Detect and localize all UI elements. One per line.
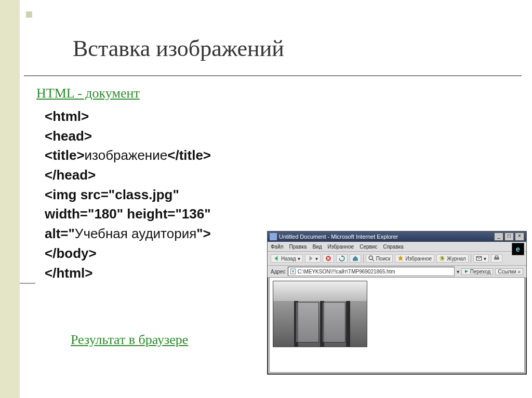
star-icon xyxy=(397,255,404,262)
go-label: Переход xyxy=(470,269,491,275)
search-icon xyxy=(368,255,375,262)
html-file-icon xyxy=(290,268,296,275)
address-dropdown[interactable]: ▾ xyxy=(457,269,459,275)
code-line: width="180" height="136" xyxy=(45,206,211,222)
code-attr: alt=" xyxy=(45,226,75,241)
maximize-button[interactable]: □ xyxy=(504,232,514,241)
chevron-down-icon: ▾ xyxy=(298,256,300,262)
address-bar-row: Адрес C:\MEYKSON\!!!сайт\TMP969021865.ht… xyxy=(268,266,526,278)
arrow-left-icon xyxy=(273,255,280,262)
close-button[interactable]: × xyxy=(515,232,524,241)
home-icon xyxy=(352,255,358,262)
presentation-slide: Вставка изображений HTML - документ Резу… xyxy=(0,0,532,398)
links-button[interactable]: Ссылки » xyxy=(495,268,523,275)
browser-viewport xyxy=(269,277,525,373)
arrow-right-icon xyxy=(308,255,314,262)
menu-item-service[interactable]: Сервис xyxy=(360,244,377,250)
photo-glass xyxy=(322,302,345,342)
go-arrow-icon xyxy=(464,269,469,274)
menu-item-edit[interactable]: Правка xyxy=(289,244,307,250)
history-button[interactable]: Журнал xyxy=(436,254,469,263)
window-titlebar[interactable]: Untitled Document - Microsoft Internet E… xyxy=(268,231,526,242)
photo-ceiling xyxy=(273,281,367,301)
code-tag-open: <title> xyxy=(45,147,85,163)
refresh-icon xyxy=(339,255,345,262)
window-title: Untitled Document - Microsoft Internet E… xyxy=(279,234,398,240)
search-label: Поиск xyxy=(376,256,391,262)
corner-square-decor xyxy=(26,11,32,18)
code-line: <img src="class.jpg" xyxy=(45,187,179,202)
svg-point-7 xyxy=(291,270,294,273)
code-line: </head> xyxy=(45,167,96,183)
print-icon xyxy=(494,255,500,262)
menu-item-file[interactable]: Файл xyxy=(271,244,284,250)
history-label: Журнал xyxy=(447,256,466,262)
back-label: Назад xyxy=(281,256,296,262)
toolbar: Назад ▾ ▾ Поиск Избранн xyxy=(268,252,526,266)
back-button[interactable]: Назад ▾ xyxy=(271,254,303,263)
code-tag-close: </title> xyxy=(167,147,211,163)
browser-result-link[interactable]: Результат в браузере xyxy=(71,332,188,348)
links-label: Ссылки xyxy=(498,269,516,275)
photo-glass xyxy=(296,302,319,342)
html-document-link[interactable]: HTML - документ xyxy=(36,86,140,101)
chevron-down-icon: ▾ xyxy=(315,256,318,262)
stop-button[interactable] xyxy=(323,254,334,263)
code-text: Учебная аудитория xyxy=(75,226,196,241)
address-field[interactable]: C:\MEYKSON\!!!сайт\TMP969021865.htm xyxy=(288,267,455,276)
toolbar-separator xyxy=(363,254,364,263)
toolbar-separator xyxy=(471,254,471,263)
code-attr-close: "> xyxy=(196,226,211,241)
short-rule xyxy=(20,283,35,284)
address-label: Адрес xyxy=(271,269,286,275)
menu-bar: Файл Правка Вид Избранное Сервис Справка xyxy=(268,242,526,252)
menu-item-help[interactable]: Справка xyxy=(383,244,403,250)
mail-icon xyxy=(476,255,482,262)
menu-item-view[interactable]: Вид xyxy=(312,244,322,250)
favorites-button[interactable]: Избранное xyxy=(395,254,434,263)
classroom-photo xyxy=(273,281,367,347)
ie-logo-icon: e xyxy=(512,243,524,255)
home-button[interactable] xyxy=(350,254,361,263)
address-value: C:\MEYKSON\!!!сайт\TMP969021865.htm xyxy=(298,269,395,275)
slide-left-border xyxy=(0,0,20,398)
chevron-down-icon: ▾ xyxy=(484,256,486,262)
clock-icon xyxy=(439,255,445,262)
search-button[interactable]: Поиск xyxy=(366,254,393,263)
code-block: <html> <head> <title>изображение</title>… xyxy=(45,107,211,283)
code-line: </body> xyxy=(45,245,97,261)
code-line: <head> xyxy=(45,128,92,144)
forward-button[interactable]: ▾ xyxy=(305,254,321,263)
code-line: </html> xyxy=(45,265,92,281)
minimize-button[interactable]: _ xyxy=(494,232,503,241)
go-button[interactable]: Переход xyxy=(461,268,494,275)
document-icon xyxy=(270,233,277,240)
menu-item-favorites[interactable]: Избранное xyxy=(327,244,354,250)
svg-rect-5 xyxy=(495,256,498,258)
stop-icon xyxy=(325,255,331,262)
code-line: <html> xyxy=(45,108,89,124)
mail-button[interactable]: ▾ xyxy=(473,254,489,263)
print-button[interactable] xyxy=(491,254,502,263)
horizontal-rule xyxy=(24,75,522,76)
photo-pillar xyxy=(346,301,350,347)
ie-browser-window: Untitled Document - Microsoft Internet E… xyxy=(267,231,527,375)
refresh-button[interactable] xyxy=(336,254,348,263)
slide-title: Вставка изображений xyxy=(73,35,284,62)
code-text: изображение xyxy=(85,147,168,163)
favorites-label: Избранное xyxy=(405,256,432,262)
